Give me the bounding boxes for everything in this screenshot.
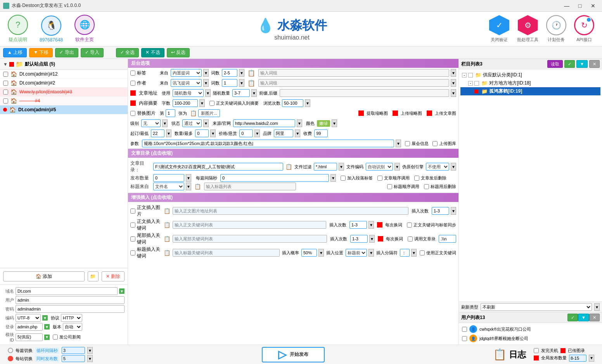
author-checkbox[interactable] bbox=[130, 81, 135, 86]
source-scroll[interactable]: ▼ bbox=[297, 119, 302, 127]
read-button[interactable]: 读取 bbox=[547, 60, 563, 68]
col3-cyan-btn[interactable]: ▼ bbox=[576, 60, 588, 68]
minimize-button[interactable]: — bbox=[561, 2, 573, 10]
radio2-scroll[interactable]: ▼ bbox=[87, 355, 93, 362]
import-button[interactable]: ✓ 导入 bbox=[81, 48, 104, 57]
addr-rand-scroll[interactable]: ▼ bbox=[251, 89, 257, 97]
min-scroll[interactable]: ▼ bbox=[166, 129, 171, 137]
source-input[interactable] bbox=[233, 119, 295, 127]
user-check-2[interactable] bbox=[462, 336, 467, 341]
body-img-check[interactable] bbox=[130, 209, 135, 214]
body-img-count-input[interactable] bbox=[432, 207, 449, 215]
summary-count-scroll[interactable]: ▼ bbox=[199, 99, 205, 107]
title-from-scroll[interactable]: ▼ bbox=[186, 183, 191, 190]
login-input[interactable] bbox=[16, 323, 43, 331]
body-kw-count-scroll[interactable]: ▼ bbox=[368, 221, 374, 229]
tags-count-scroll[interactable]: ▼ bbox=[239, 69, 244, 77]
encode-select[interactable]: UTF-8 bbox=[16, 314, 41, 322]
inverse-button[interactable]: ↩ 反选 bbox=[167, 48, 190, 57]
file-filter-input[interactable] bbox=[314, 163, 337, 171]
article-block-input[interactable] bbox=[439, 235, 456, 243]
use-body-kw-check[interactable] bbox=[420, 250, 425, 255]
deselect-button[interactable]: ✕ 不选 bbox=[141, 48, 164, 57]
cat-expand-1[interactable]: - bbox=[462, 73, 467, 78]
tail-kw-check[interactable] bbox=[130, 236, 135, 242]
tags-from-scroll[interactable]: ▼ bbox=[203, 69, 209, 77]
cat-checkbox-2[interactable] bbox=[474, 81, 479, 86]
start-button[interactable]: ▷ 开始发布 bbox=[262, 347, 325, 362]
article-block-check[interactable] bbox=[408, 236, 413, 242]
interval-input[interactable] bbox=[220, 174, 329, 182]
replace-img-check[interactable] bbox=[130, 111, 135, 116]
body-img-count-scroll[interactable]: ▼ bbox=[451, 207, 456, 215]
keyword-summary-check[interactable] bbox=[209, 101, 215, 106]
brand-input[interactable] bbox=[274, 129, 293, 137]
site-item[interactable]: 🏠 Dt.com(admin)#12 bbox=[0, 70, 128, 79]
start-area[interactable]: ▷ 开始发布 bbox=[93, 347, 493, 362]
tags-checkbox[interactable] bbox=[130, 71, 135, 76]
title-order-check[interactable] bbox=[387, 184, 392, 189]
user-item-2[interactable]: 👤 jdgtqd®界断根她全断公司 bbox=[460, 334, 600, 343]
tags-input-scroll[interactable]: ▼ bbox=[451, 69, 456, 77]
author-input-scroll[interactable]: ▼ bbox=[451, 79, 456, 87]
title-list-input[interactable] bbox=[204, 183, 296, 190]
pos-scroll[interactable]: ▼ bbox=[368, 249, 374, 257]
enhance-header[interactable]: 增强插入 (点击收缩) bbox=[128, 193, 458, 202]
all-select-button[interactable]: ✓ 全选 bbox=[116, 48, 139, 57]
tail-kw-count-input[interactable] bbox=[350, 235, 368, 243]
encode-dir-scroll[interactable]: ▼ bbox=[394, 163, 400, 171]
interval-scroll[interactable]: ▼ bbox=[330, 174, 336, 182]
refresh-scroll[interactable]: ▼ bbox=[594, 303, 600, 311]
log-button[interactable]: 📋 日志 bbox=[493, 348, 526, 361]
author-from-scroll[interactable]: ▼ bbox=[203, 79, 209, 87]
title-kw-count-input[interactable] bbox=[301, 249, 317, 257]
site-item-selected[interactable]: 🏠 Dt.com(admin)#5 bbox=[0, 105, 128, 114]
paragraph-check[interactable] bbox=[341, 176, 346, 181]
radio1-input[interactable] bbox=[62, 347, 85, 354]
sep-input[interactable] bbox=[400, 249, 410, 257]
author-from-select[interactable]: 讯飞提词 bbox=[171, 79, 202, 87]
param-input[interactable] bbox=[142, 140, 394, 147]
cat-item-2[interactable]: - 📁 对方地方地方[ID:18] bbox=[460, 79, 600, 87]
site-item-error[interactable]: 🏠 Www.ly.p/lcn(Entaoshi)#3 bbox=[0, 88, 128, 97]
title-kw-input[interactable] bbox=[173, 249, 280, 257]
tags-count-input[interactable] bbox=[222, 69, 237, 77]
user-cyan-btn[interactable]: ▼ bbox=[578, 314, 589, 321]
radio1-circle[interactable] bbox=[8, 348, 13, 353]
domain-scroll[interactable]: ▼ bbox=[119, 288, 125, 294]
maximize-button[interactable]: □ bbox=[574, 2, 586, 10]
verify-item[interactable]: ✓ 关闭验证 bbox=[489, 15, 509, 43]
version-select[interactable]: 自动 bbox=[63, 323, 82, 331]
encode-dir-select[interactable]: 自动识别 bbox=[366, 163, 393, 171]
img-num-input[interactable] bbox=[166, 109, 175, 117]
publish-input[interactable] bbox=[153, 174, 184, 182]
up-button[interactable]: ▲ 上移 bbox=[3, 48, 27, 57]
tail-kw-count-scroll[interactable]: ▼ bbox=[369, 235, 375, 243]
browse-input[interactable] bbox=[282, 99, 303, 107]
body-kw-input[interactable] bbox=[173, 221, 326, 229]
add-site-button[interactable]: 🏠 添加 bbox=[3, 271, 85, 281]
site-item-error-2[interactable]: 🏠 ----------#4 bbox=[0, 97, 128, 105]
price-input[interactable] bbox=[239, 129, 253, 137]
publish-scroll[interactable]: ▼ bbox=[186, 174, 191, 182]
col3-gray-btn[interactable]: ✕ bbox=[589, 60, 600, 68]
body-kw-check[interactable] bbox=[130, 223, 135, 228]
module-input[interactable] bbox=[16, 333, 43, 341]
site-check-4[interactable] bbox=[3, 98, 8, 104]
addr-prefix-scroll[interactable]: ▼ bbox=[451, 89, 456, 97]
user-green-btn[interactable]: ✓ bbox=[567, 314, 578, 321]
order-check[interactable] bbox=[377, 176, 382, 181]
back-options-header[interactable]: 后台选项 bbox=[128, 59, 458, 68]
user-input[interactable] bbox=[16, 296, 125, 304]
total-input[interactable] bbox=[569, 355, 586, 362]
new-img-button[interactable]: 新图片... bbox=[198, 109, 220, 117]
spoof-select[interactable]: 不使用 bbox=[426, 163, 449, 171]
user-item-1[interactable]: 👤 cwhqxk®出完花权习口公司 bbox=[460, 324, 600, 334]
tail-kw-input[interactable] bbox=[173, 235, 327, 243]
param-scroll[interactable]: ▼ bbox=[396, 140, 401, 147]
max-input[interactable] bbox=[195, 129, 209, 137]
author-input[interactable] bbox=[258, 79, 449, 87]
pos-select[interactable]: 标题前 bbox=[346, 249, 367, 257]
state-select[interactable]: 通过 bbox=[182, 119, 202, 127]
col3-green-btn[interactable]: ✓ bbox=[564, 60, 575, 68]
